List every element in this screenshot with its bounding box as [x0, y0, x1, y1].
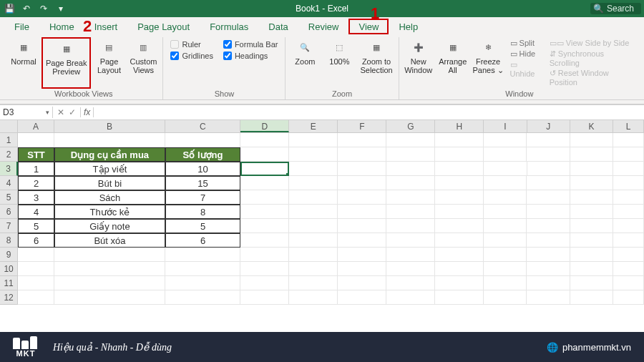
cell[interactable] [613, 147, 644, 162]
cell[interactable] [54, 276, 165, 290]
unhide-button[interactable]: ▭ Unhide [510, 60, 542, 78]
tab-formulas[interactable]: Formulas [200, 19, 258, 34]
cell[interactable] [527, 205, 570, 219]
cell[interactable] [484, 276, 527, 290]
cell[interactable] [570, 219, 613, 233]
col-header[interactable]: D [240, 120, 289, 132]
cell[interactable] [435, 248, 484, 262]
cell[interactable] [240, 190, 289, 205]
cell[interactable] [484, 205, 527, 219]
cell[interactable] [18, 290, 54, 305]
headings-checkbox[interactable]: Headings [223, 52, 278, 60]
col-header[interactable]: F [338, 120, 386, 132]
new-window-button[interactable]: ➕ New Window [402, 37, 435, 89]
cell[interactable] [570, 205, 613, 219]
cell[interactable] [484, 290, 527, 305]
cell[interactable] [165, 133, 240, 147]
table-data-cell[interactable]: 8 [165, 205, 240, 219]
row-header[interactable]: 3 [0, 162, 18, 176]
cell[interactable] [165, 290, 240, 305]
cell[interactable] [527, 147, 570, 162]
cell[interactable] [484, 133, 527, 147]
row-header[interactable]: 10 [0, 262, 18, 276]
table-data-cell[interactable]: 10 [165, 162, 240, 176]
cell[interactable] [386, 219, 435, 233]
cell[interactable] [570, 233, 613, 248]
col-header[interactable]: E [289, 120, 338, 132]
cell[interactable] [570, 248, 613, 262]
cell[interactable] [289, 147, 338, 162]
table-data-cell[interactable]: 3 [18, 190, 54, 205]
cell[interactable] [527, 176, 570, 190]
cell[interactable] [435, 147, 484, 162]
cell[interactable] [289, 133, 338, 147]
table-data-cell[interactable]: Tập viết [54, 162, 165, 176]
row-header[interactable]: 9 [0, 248, 18, 262]
cell[interactable] [338, 262, 386, 276]
cell[interactable] [527, 190, 570, 205]
cell[interactable] [386, 133, 435, 147]
freeze-panes-button[interactable]: ❄︎ Freeze Panes ⌄ [471, 37, 506, 89]
col-header[interactable]: B [54, 120, 165, 132]
cell[interactable] [240, 133, 289, 147]
cell[interactable] [484, 219, 527, 233]
cell[interactable] [435, 133, 484, 147]
cell[interactable] [386, 290, 435, 305]
cell[interactable] [240, 233, 289, 248]
cell[interactable] [527, 162, 570, 176]
cell[interactable] [338, 248, 386, 262]
row-header[interactable]: 8 [0, 233, 18, 248]
cell[interactable] [613, 276, 644, 290]
tab-home[interactable]: Home [39, 19, 84, 34]
cell[interactable] [527, 133, 570, 147]
cell[interactable] [435, 276, 484, 290]
cell[interactable] [338, 290, 386, 305]
cancel-icon[interactable]: ✕ [57, 107, 64, 117]
cell[interactable] [240, 176, 289, 190]
table-data-cell[interactable]: 15 [165, 176, 240, 190]
cell[interactable] [18, 248, 54, 262]
cell[interactable] [54, 262, 165, 276]
table-data-cell[interactable]: 1 [18, 162, 54, 176]
table-data-cell[interactable]: 6 [18, 233, 54, 248]
cell[interactable] [18, 262, 54, 276]
cell[interactable] [613, 248, 644, 262]
cell[interactable] [289, 262, 338, 276]
cell[interactable] [54, 290, 165, 305]
normal-view-button[interactable]: ▦ Normal [7, 37, 40, 89]
cell[interactable] [338, 133, 386, 147]
cell[interactable] [484, 248, 527, 262]
row-header[interactable]: 11 [0, 276, 18, 290]
zoom-button[interactable]: 🔍 Zoom [288, 37, 321, 89]
cell[interactable] [570, 162, 613, 176]
cell[interactable] [435, 262, 484, 276]
cell[interactable] [386, 233, 435, 248]
cell[interactable] [484, 147, 527, 162]
cell[interactable] [386, 248, 435, 262]
cell[interactable] [527, 248, 570, 262]
tab-view[interactable]: View [348, 19, 389, 34]
save-icon[interactable]: 💾 [3, 2, 16, 15]
cell[interactable] [435, 190, 484, 205]
cell[interactable] [613, 290, 644, 305]
split-button[interactable]: ▭ Split [510, 39, 542, 48]
cell[interactable] [570, 190, 613, 205]
zoom-100-button[interactable]: ⬚ 100% [323, 37, 356, 89]
cell[interactable] [613, 233, 644, 248]
fx-icon[interactable]: fx [80, 107, 94, 117]
cell[interactable] [527, 276, 570, 290]
cell[interactable] [240, 147, 289, 162]
selected-cell[interactable] [240, 162, 289, 176]
col-header[interactable]: G [386, 120, 435, 132]
custom-views-button[interactable]: ▥ Custom Views [127, 37, 160, 89]
enter-icon[interactable]: ✓ [69, 107, 76, 117]
cell[interactable] [240, 276, 289, 290]
page-break-preview-button[interactable]: ▦ Page Break Preview [42, 37, 91, 89]
cell[interactable] [484, 262, 527, 276]
cell[interactable] [527, 290, 570, 305]
row-header[interactable]: 7 [0, 219, 18, 233]
cell[interactable] [570, 133, 613, 147]
cell[interactable] [386, 262, 435, 276]
cell[interactable] [386, 205, 435, 219]
cell[interactable] [338, 233, 386, 248]
